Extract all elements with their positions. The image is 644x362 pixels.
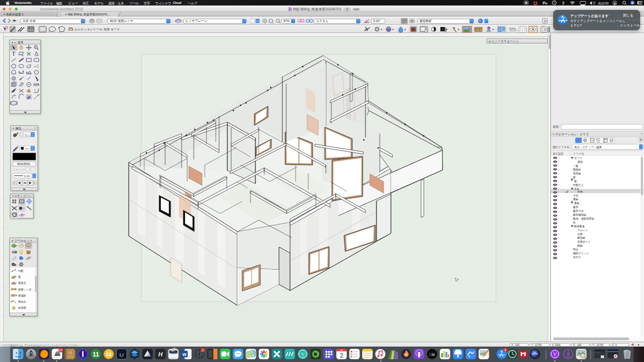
svg-text:非出力: 非出力 bbox=[573, 255, 581, 259]
svg-text:W: W bbox=[182, 352, 187, 357]
svg-text:1: 1 bbox=[202, 348, 204, 352]
svg-text:639: 639 bbox=[59, 349, 63, 352]
svg-text:スレート: スレート bbox=[577, 229, 588, 232]
svg-text:なし: なし bbox=[25, 133, 31, 136]
svg-text:11: 11 bbox=[106, 351, 112, 357]
svg-text:壁端部: 壁端部 bbox=[18, 294, 26, 298]
svg-text:Lr: Lr bbox=[119, 352, 124, 357]
svg-text:照合: 照合 bbox=[573, 248, 578, 251]
svg-text:外壁仕上: 外壁仕上 bbox=[573, 183, 583, 187]
svg-text:クラス名: クラス名 bbox=[573, 152, 584, 155]
svg-text:基準線: 基準線 bbox=[573, 172, 581, 175]
svg-text:本体: 本体 bbox=[577, 190, 583, 193]
svg-text:tv: tv bbox=[429, 352, 435, 356]
svg-text:50%/50%: 50%/50% bbox=[17, 162, 30, 166]
svg-text:カ—: カ— bbox=[25, 147, 31, 150]
svg-text:インストール: インストール bbox=[620, 24, 640, 27]
svg-text:Pw: Pw bbox=[543, 1, 547, 5]
svg-text:アップデートがあります: アップデートがあります bbox=[570, 14, 609, 18]
svg-text:壁: 壁 bbox=[18, 275, 21, 279]
svg-text:壁: 壁 bbox=[573, 175, 576, 179]
svg-text:0.10: 0.10 bbox=[24, 174, 30, 178]
svg-text:壁: 壁 bbox=[574, 179, 577, 183]
svg-text:?: ? bbox=[641, 133, 642, 136]
svg-text:寸法: 寸法 bbox=[573, 194, 578, 197]
svg-text:ドロップ—: ドロップ— bbox=[13, 168, 26, 171]
svg-text:V: V bbox=[301, 352, 305, 357]
svg-text:ガラス: ガラス bbox=[574, 157, 582, 160]
svg-text:敷地・道路境界線: 敷地・道路境界線 bbox=[573, 217, 594, 221]
svg-text:石膏ボード: 石膏ボード bbox=[577, 240, 591, 243]
svg-text:他のクラスを:: 他のクラスを: bbox=[552, 145, 570, 149]
svg-text:屋根: 屋根 bbox=[573, 198, 578, 201]
svg-text:表示設定: 表示設定 bbox=[553, 152, 564, 156]
svg-text:2月: 2月 bbox=[340, 349, 343, 351]
svg-text:3: 3 bbox=[505, 348, 506, 352]
svg-text:今すぐアップデートをインストールし: 今すぐアップデートをインストールし bbox=[570, 19, 625, 23]
svg-text:透明: 透明 bbox=[577, 160, 583, 163]
svg-text:表示→スナップ→編集: 表示→スナップ→編集 bbox=[574, 145, 602, 149]
svg-text:屋根: 屋根 bbox=[574, 202, 580, 205]
svg-text:壁複元: 壁複元 bbox=[18, 281, 26, 285]
svg-text:× ナビゲーション - クラス: × ナビゲーション - クラス bbox=[553, 133, 589, 136]
svg-text:壁結合: 壁結合 bbox=[18, 300, 26, 304]
svg-text:T: T bbox=[12, 51, 15, 57]
svg-text:名前:: 名前: bbox=[553, 125, 560, 128]
svg-text:ますか?: ますか? bbox=[570, 24, 582, 28]
svg-text:あ: あ bbox=[614, 2, 616, 6]
svg-text:V: V bbox=[553, 352, 557, 357]
svg-text:閉じる: 閉じる bbox=[623, 14, 633, 18]
svg-text:杭基礎: 杭基礎 bbox=[18, 306, 26, 310]
svg-text:11: 11 bbox=[92, 350, 99, 357]
svg-text:壁用シンボ…: 壁用シンボ… bbox=[18, 288, 34, 292]
svg-text:2: 2 bbox=[340, 353, 343, 359]
svg-text:柱: 柱 bbox=[573, 221, 576, 224]
svg-text:図面枠: 図面枠 bbox=[573, 168, 581, 171]
svg-text:H: H bbox=[159, 351, 163, 358]
svg-text:火12:53: 火12:53 bbox=[598, 1, 609, 5]
